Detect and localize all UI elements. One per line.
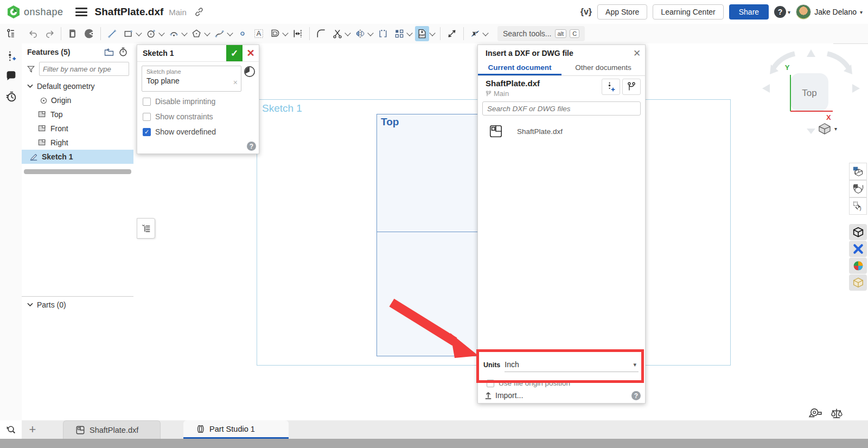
accept-button[interactable]: ✓ [226, 45, 242, 61]
learning-center-button[interactable]: Learning Center [653, 4, 723, 20]
insert-feature-icon[interactable] [0, 47, 22, 66]
redo-icon[interactable] [42, 26, 56, 41]
import-button[interactable]: Import... [484, 391, 523, 400]
undo-icon[interactable] [26, 26, 40, 41]
rotate-up-arrow[interactable] [807, 49, 815, 57]
checkbox-unchecked[interactable] [143, 98, 151, 106]
default-geometry-row[interactable]: Default geometry [22, 79, 133, 93]
app-cad-cube-button[interactable] [849, 274, 867, 291]
user-avatar[interactable] [796, 4, 811, 20]
spline-dropdown-icon[interactable] [227, 30, 233, 36]
feature-tree-collapse-tab[interactable] [137, 218, 155, 239]
close-icon[interactable]: ✕ [629, 45, 645, 61]
tab-current-document[interactable]: Current document [478, 61, 561, 75]
arc-tool-icon[interactable] [167, 26, 181, 41]
circle-tool-icon[interactable] [144, 26, 158, 41]
show-constraints-option[interactable]: Show constraints [143, 112, 213, 121]
comments-icon[interactable] [0, 66, 22, 86]
app-store-button[interactable]: App Store [597, 4, 647, 20]
feature-script-icon[interactable]: {v} [580, 7, 592, 17]
rotate-right-arrow[interactable] [852, 84, 860, 93]
insert-dxf-dropdown-icon[interactable] [429, 30, 435, 36]
insert-connected-button[interactable] [602, 79, 620, 95]
circular-pattern-icon[interactable] [392, 26, 406, 41]
named-views-button[interactable]: ) [849, 197, 867, 215]
workspace-name[interactable]: Main [169, 8, 187, 17]
circle-dropdown-icon[interactable] [158, 30, 164, 36]
tab-shaftplate-dxf[interactable]: ShaftPlate.dxf [63, 420, 161, 439]
user-menu[interactable]: Jake Delano ▾ [796, 4, 863, 20]
app-color-wheel-button[interactable] [849, 258, 867, 274]
tape-measure-icon[interactable] [808, 408, 822, 419]
offset-tool-icon[interactable] [268, 26, 282, 41]
features-scrollbar[interactable] [24, 169, 131, 174]
pattern-dropdown-icon[interactable] [406, 30, 412, 36]
construction-icon[interactable] [468, 26, 482, 41]
rectangle-tool-icon[interactable] [122, 26, 136, 41]
polygon-dropdown-icon[interactable] [204, 30, 210, 36]
share-button[interactable]: Share [729, 4, 769, 20]
spline-tool-icon[interactable] [213, 26, 227, 41]
clear-selection-icon[interactable]: × [233, 78, 238, 87]
text-tool-icon[interactable]: A [252, 26, 266, 41]
view-mode-menu[interactable]: ▾ [818, 123, 837, 135]
sketch-plane-field[interactable]: Sketch plane Top plane × [142, 66, 241, 92]
units-dropdown[interactable]: Inch ▾ [505, 357, 639, 372]
tree-item-top[interactable]: Top [22, 107, 133, 121]
line-tool-icon[interactable] [105, 26, 119, 41]
disable-imprinting-option[interactable]: Disable imprinting [143, 97, 215, 106]
construction-dropdown-icon[interactable] [482, 30, 488, 36]
section-view-button[interactable] [849, 180, 867, 197]
point-tool-icon[interactable] [235, 26, 250, 41]
checkbox-checked[interactable]: ✓ [143, 128, 151, 136]
measure-icon[interactable] [445, 26, 459, 41]
show-overdefined-option[interactable]: ✓ Show overdefined [143, 127, 216, 136]
search-tools-box[interactable]: Search tools... alt C [497, 26, 585, 41]
mass-properties-icon[interactable] [830, 408, 843, 419]
onshape-logo-icon[interactable] [7, 5, 21, 19]
polygon-tool-icon[interactable] [190, 26, 204, 41]
dxf-file-item[interactable]: ShaftPlate.dxf [489, 124, 563, 138]
offset-dropdown-icon[interactable] [282, 30, 288, 36]
version-graph-button[interactable] [622, 79, 641, 95]
tab-search-button[interactable] [0, 420, 22, 439]
paste-sketch-icon[interactable] [66, 26, 80, 41]
mirror-tool-icon[interactable] [353, 26, 367, 41]
tree-item-sketch1[interactable]: Sketch 1 [22, 150, 133, 164]
trim-dropdown-icon[interactable] [344, 30, 350, 36]
help-icon[interactable]: ? [774, 6, 786, 18]
dialog-help-icon[interactable]: ? [247, 142, 256, 151]
tab-part-studio-1[interactable]: Part Studio 1 [183, 420, 289, 439]
checkbox-unchecked[interactable] [487, 380, 494, 387]
add-tab-button[interactable]: + [22, 420, 43, 439]
help-menu[interactable]: ? ▾ [774, 6, 790, 18]
cancel-button[interactable]: ✕ [242, 45, 259, 61]
dimension-tool-icon[interactable] [291, 26, 305, 41]
tab-other-documents[interactable]: Other documents [561, 61, 645, 75]
view-cube[interactable]: Top Y X [757, 46, 865, 141]
suppress-clock-icon[interactable] [244, 66, 256, 78]
arc-dropdown-icon[interactable] [181, 30, 187, 36]
rotate-left-arrow[interactable] [762, 84, 770, 93]
use-project-icon[interactable] [82, 26, 96, 41]
linear-pattern-icon[interactable] [376, 26, 390, 41]
feature-list-toggle[interactable] [0, 24, 22, 44]
parts-header-row[interactable]: Parts (0) [22, 297, 133, 313]
rotate-down-arrow[interactable] [807, 129, 815, 134]
isometric-grid-view-button[interactable] [849, 163, 867, 180]
checkbox-unchecked[interactable] [143, 113, 151, 121]
trim-tool-icon[interactable] [330, 26, 344, 41]
app-cube-button[interactable] [849, 224, 867, 240]
tree-item-right[interactable]: Right [22, 136, 133, 150]
main-menu-icon[interactable] [75, 8, 87, 16]
dxf-search-input[interactable] [482, 101, 641, 116]
tree-item-front[interactable]: Front [22, 121, 133, 136]
filter-icon[interactable] [27, 65, 35, 73]
tree-item-origin[interactable]: Origin [22, 93, 133, 107]
dialog-help-icon[interactable]: ? [631, 391, 641, 400]
app-x-button[interactable] [849, 241, 867, 257]
insert-dxf-icon[interactable]: DXF [415, 26, 429, 41]
mirror-dropdown-icon[interactable] [367, 30, 373, 36]
add-folder-icon[interactable] [102, 46, 116, 59]
history-icon[interactable] [0, 87, 22, 106]
